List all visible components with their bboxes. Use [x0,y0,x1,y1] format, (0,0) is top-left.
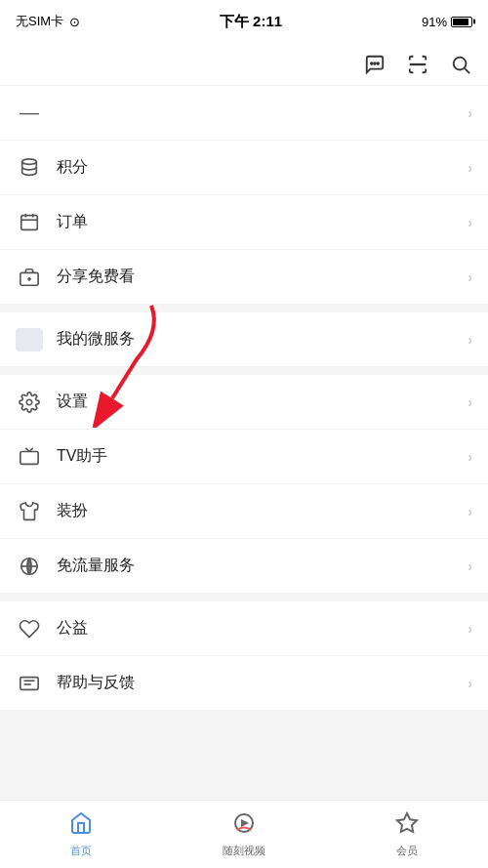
section-3: 公益 › 帮助与反馈 › [0,601,488,711]
status-left: 无SIM卡 ⊙ [16,13,80,30]
sim-status: 无SIM卡 [16,13,63,30]
wei-fu-wu-arrow: › [468,332,472,348]
random-video-icon [232,811,256,841]
fen-xiang-label: 分享免费看 [57,267,468,287]
menu-item-she-zhi[interactable]: 设置 › [0,375,488,430]
hidden-arrow: › [468,105,472,121]
menu-item-gong-yi[interactable]: 公益 › [0,601,488,656]
mian-liu-liang-arrow: › [468,558,472,574]
gong-yi-arrow: › [468,621,472,637]
wei-fu-wu-label: 我的微服务 [57,329,468,350]
gong-yi-label: 公益 [57,618,468,639]
ji-fen-icon [16,154,43,182]
svg-rect-15 [20,451,38,464]
home-label: 首页 [70,844,92,858]
svg-rect-7 [21,215,38,229]
divider-2 [0,367,488,375]
ji-fen-arrow: › [468,160,472,176]
section-0: — › 积分 › [0,86,488,305]
ding-dan-icon [16,209,43,236]
svg-point-4 [454,57,467,69]
search-icon[interactable] [449,53,472,76]
menu-item-wei-fu-wu[interactable]: 我的微服务 › [0,312,488,367]
svg-point-1 [374,62,376,64]
battery-icon [451,17,472,27]
menu-item-fen-xiang[interactable]: 分享免费看 › [0,250,488,305]
scan-icon[interactable] [406,53,429,76]
tv-arrow: › [468,449,472,465]
svg-line-5 [465,68,469,73]
section-2: 设置 › TV助手 › 装扮 › [0,375,488,594]
mian-liu-liang-icon [16,553,43,580]
she-zhi-icon [16,389,43,416]
tv-label: TV助手 [57,446,468,467]
nav-item-vip[interactable]: 会员 [325,801,488,868]
svg-point-0 [371,62,373,64]
menu-item-ji-fen[interactable]: 积分 › [0,141,488,195]
divider-3 [0,594,488,601]
hidden-icon: — [16,100,43,127]
zhuang-ban-arrow: › [468,504,472,519]
gong-yi-icon [16,615,43,642]
toolbar [0,43,488,86]
hidden-label [57,103,468,123]
status-bar: 无SIM卡 ⊙ 下午 2:11 91% [0,0,488,43]
vip-label: 会员 [396,844,418,858]
zhuang-ban-label: 装扮 [57,501,468,521]
bang-zhu-arrow: › [468,676,472,691]
menu-item-ding-dan[interactable]: 订单 › [0,195,488,250]
ding-dan-arrow: › [468,215,472,230]
tv-icon [16,443,43,471]
menu-item-tv[interactable]: TV助手 › [0,430,488,484]
svg-rect-19 [20,677,38,689]
nav-item-home[interactable]: 首页 [0,801,163,868]
menu-item-bang-zhu[interactable]: 帮助与反馈 › [0,656,488,711]
chat-icon[interactable] [363,53,386,76]
menu-scroll-area[interactable]: — › 积分 › [0,86,488,800]
bang-zhu-label: 帮助与反馈 [57,673,468,693]
menu-item-mian-liu-liang[interactable]: 免流量服务 › [0,539,488,594]
menu-item-zhuang-ban[interactable]: 装扮 › [0,484,488,539]
wei-fu-wu-icon [16,328,43,351]
ding-dan-label: 订单 [57,212,468,232]
divider-1 [0,305,488,312]
she-zhi-arrow: › [468,394,472,410]
svg-point-14 [26,399,32,405]
home-icon [69,811,93,841]
fen-xiang-arrow: › [468,269,472,285]
ji-fen-label: 积分 [57,157,468,178]
status-time: 下午 2:11 [220,13,282,31]
bottom-nav: 首页 随刻视频 会员 [0,800,488,868]
nav-item-random-video[interactable]: 随刻视频 [163,801,326,868]
bang-zhu-icon [16,670,43,697]
section-1: 我的微服务 › [0,312,488,367]
random-video-label: 随刻视频 [223,844,265,858]
status-right: 91% [422,15,472,29]
svg-point-6 [22,158,37,164]
menu-item-hidden[interactable]: — › [0,86,488,141]
battery-percent: 91% [422,15,447,29]
svg-point-2 [377,62,379,64]
mian-liu-liang-label: 免流量服务 [57,556,468,576]
wifi-icon: ⊙ [69,15,80,29]
vip-icon [395,811,419,841]
fen-xiang-icon [16,264,43,291]
zhuang-ban-icon [16,498,43,525]
she-zhi-label: 设置 [57,392,468,412]
